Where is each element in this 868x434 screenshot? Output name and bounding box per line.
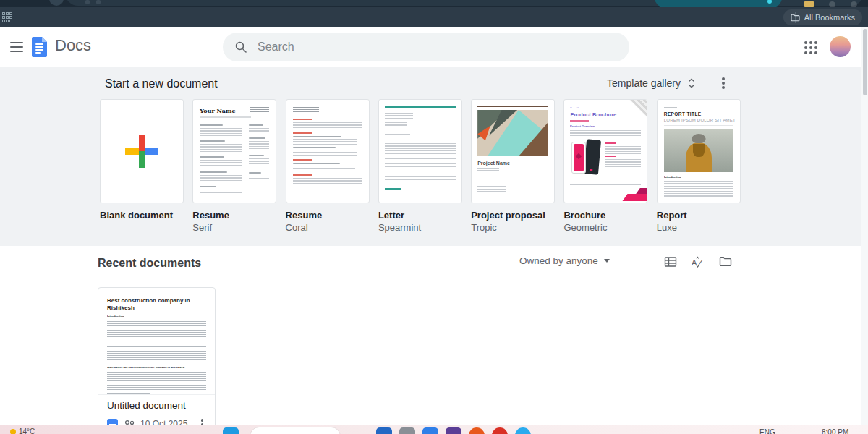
browser-icon-fragment[interactable] [829,1,835,7]
template-label: Letter [378,210,462,221]
template-card-project-proposal-tropic[interactable]: Project Name Project proposal Tropic [471,99,555,233]
taskbar-weather-widget[interactable]: 14°C [10,427,35,434]
notification-dot [767,0,772,4]
browser-toolbar-fragment [0,0,868,7]
open-file-picker-folder-icon[interactable] [718,255,733,271]
thumb-subtitle: LOREM IPSUM DOLOR SIT AMET [664,118,733,122]
template-label: Report [657,210,741,221]
taskbar-app-icon[interactable] [376,427,392,434]
section-title: Start a new document [105,77,218,90]
template-sublabel: Spearmint [378,222,462,233]
docs-logo-icon[interactable] [32,37,47,57]
taskbar-app-icon[interactable] [399,427,415,434]
taskbar-language[interactable]: ENG [760,428,775,434]
template-sublabel: Luxe [657,222,741,233]
document-title: Untitled document [107,400,206,411]
chevron-down-icon [604,259,610,263]
recent-document-card[interactable]: Best construction company in Rishikesh I… [98,287,216,434]
folder-icon [791,14,800,22]
taskbar-app-icon[interactable] [446,427,461,434]
thumb-heading: Product Brochure [570,111,641,118]
bookmarks-bar: All Bookmarks [0,7,868,27]
template-thumbnail [100,99,184,203]
apps-shortcut-icon[interactable] [2,12,12,22]
template-cards: Blank document Your Name [100,99,741,233]
template-thumbnail: REPORT TITLE LOREM IPSUM DOLOR SIT AMET … [657,99,741,203]
template-label: Project proposal [471,210,555,221]
taskbar-fragment: 14°C ENG 8:00 PM [0,425,868,434]
template-sublabel: Coral [286,222,370,233]
template-thumbnail [378,99,462,203]
template-card-resume-coral[interactable]: Resume Coral [286,99,370,233]
more-options-icon[interactable] [718,73,729,93]
thumb-heading: Project Name [477,161,548,166]
template-card-resume-serif[interactable]: Your Name [192,99,276,233]
template-thumbnail [286,99,370,203]
main-menu-icon[interactable] [4,35,29,59]
taskbar-search-box[interactable] [250,427,341,434]
thumb-heading: REPORT TITLE [664,111,733,116]
taskbar-clock[interactable]: 8:00 PM [822,428,848,434]
taskbar-app-icon[interactable] [492,427,508,434]
unfold-more-icon [686,77,697,89]
recent-documents-section: Recent documents Owned by anyone AZ Best… [0,246,868,434]
preview-title: Best construction company in Rishikesh [107,297,206,312]
search-bar[interactable] [223,33,629,61]
taskbar-app-icon[interactable] [469,427,485,434]
section-title: Recent documents [98,257,201,270]
scrollbar-thumb[interactable] [863,29,867,95]
app-title[interactable]: Docs [55,36,91,55]
scrollbar [861,27,868,425]
search-icon [234,41,247,54]
taskbar-app-icon[interactable] [422,427,438,434]
owned-by-filter[interactable]: Owned by anyone [519,255,610,266]
template-gallery-button[interactable]: Template gallery [601,73,702,93]
search-input[interactable] [258,41,624,54]
preview-heading: Introduction [107,315,215,317]
template-sublabel: Tropic [471,222,555,233]
template-thumbnail: Project Name [471,99,555,203]
preview-heading: Why Select the best construction Company… [107,366,215,368]
phone-graphic [584,139,601,175]
owned-by-label: Owned by anyone [519,255,598,266]
weather-temp: 14°C [19,427,35,434]
taskbar-app-icon[interactable] [223,427,239,434]
all-bookmarks-label: All Bookmarks [804,13,855,22]
template-sublabel: Geometric [563,222,647,233]
phone-graphic [571,142,586,174]
list-view-icon[interactable] [663,255,678,271]
browser-button-fragment[interactable] [49,0,64,6]
thumb-cover-art [477,110,548,156]
template-thumbnail: Your Company Product Brochure Product Ov… [563,99,647,203]
template-label: Brochure [563,210,647,221]
document-preview: Best construction company in Rishikesh I… [98,288,215,395]
all-bookmarks-button[interactable]: All Bookmarks [783,9,862,25]
extension-pin-icon[interactable] [96,0,101,4]
weather-icon [10,429,16,434]
browser-action-pill-fragment[interactable] [655,0,782,7]
thumb-photo [664,129,733,172]
template-card-report-luxe[interactable]: REPORT TITLE LOREM IPSUM DOLOR SIT AMET … [657,99,741,233]
thumb-company: Your Company [570,106,641,109]
template-label: Resume [192,210,276,221]
divider [710,76,710,90]
template-card-brochure-geometric[interactable]: Your Company Product Brochure Product Ov… [563,99,647,233]
template-label: Resume [286,210,370,221]
taskbar-app-icon[interactable] [515,427,531,434]
template-card-letter-spearmint[interactable]: Letter Spearmint [378,99,462,233]
template-sublabel: Serif [192,222,276,233]
template-section: Start a new document Template gallery Bl… [0,67,868,246]
template-card-blank-document[interactable]: Blank document [100,99,184,233]
view-controls: AZ [663,255,733,271]
template-thumbnail: Your Name [192,99,276,203]
sort-az-icon[interactable]: AZ [689,255,707,271]
new-document-plus-icon [125,135,158,168]
extension-icon[interactable] [804,1,814,7]
screen: All Bookmarks Docs Start a new document … [0,0,868,434]
docs-header: Docs [0,27,868,67]
browser-icon-fragment[interactable] [851,1,857,7]
thumb-subheading: Product Overview [570,124,641,127]
google-apps-icon[interactable] [804,41,819,54]
avatar[interactable] [830,36,851,57]
extension-pin-icon[interactable] [85,0,90,4]
